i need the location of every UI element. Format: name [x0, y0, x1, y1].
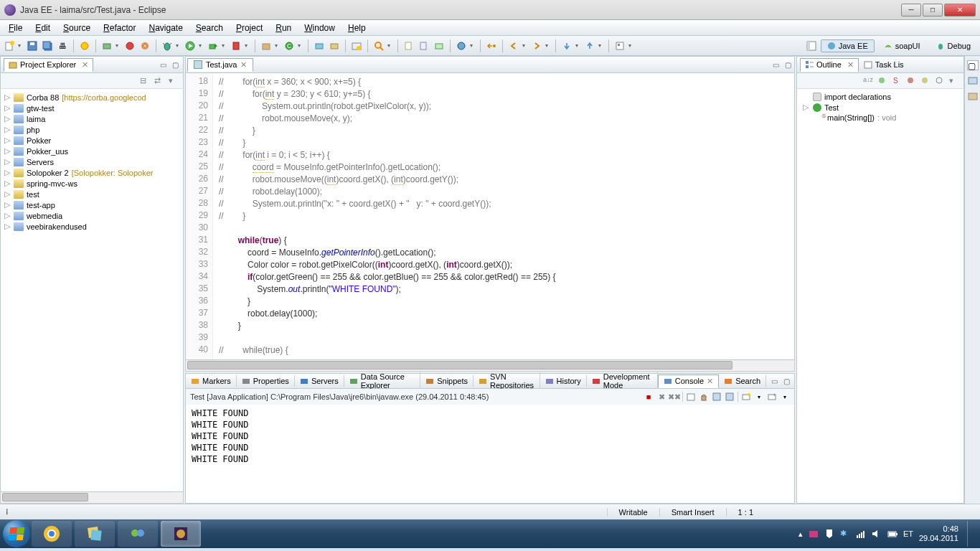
dropdown-icon[interactable]: ▾ [387, 42, 393, 49]
console-dropdown-icon[interactable]: ▾ [754, 392, 764, 402]
menu-file[interactable]: File [3, 22, 28, 34]
bottom-tab-servers[interactable]: Servers [295, 375, 344, 387]
console-output[interactable]: WHITE FOUND WHITE FOUND WHITE FOUND WHIT… [185, 405, 795, 504]
nav-next-icon[interactable] [530, 39, 543, 52]
show-hidden-icons[interactable]: ▴ [798, 529, 803, 539]
minimized-view-icon[interactable] [967, 75, 979, 86]
new-icon[interactable] [3, 39, 16, 52]
tray-app-icon[interactable] [809, 529, 819, 539]
new-server-icon[interactable] [100, 39, 113, 52]
web-browser-icon[interactable] [455, 39, 468, 52]
run-icon[interactable] [184, 39, 197, 52]
maximize-editor-icon[interactable]: ▢ [783, 60, 793, 70]
new-gwt-icon[interactable] [123, 39, 136, 52]
bottom-tab-markers[interactable]: Markers [186, 375, 237, 387]
pin-console-icon[interactable] [712, 392, 722, 402]
project-explorer-tab[interactable]: Project Explorer ✕ [4, 58, 93, 72]
remove-all-icon[interactable]: ✖✖ [669, 392, 679, 402]
outline-item[interactable]: import declarations [800, 92, 961, 102]
menu-refactor[interactable]: Refactor [98, 22, 141, 34]
perspective-soapui[interactable]: soapUI [877, 39, 927, 52]
last-edit-icon[interactable] [433, 39, 446, 52]
bottom-tab-data-source-explorer[interactable]: Data Source Explorer [344, 371, 420, 391]
display-console-icon[interactable] [725, 392, 735, 402]
hide-static-icon[interactable]: S [892, 76, 902, 86]
bottom-tab-history[interactable]: History [540, 375, 587, 387]
menu-source[interactable]: Source [57, 22, 96, 34]
taskbar-eclipse[interactable] [161, 521, 201, 547]
language-indicator[interactable]: ET [903, 529, 913, 538]
volume-icon[interactable] [872, 529, 882, 539]
editor-tab-test-java[interactable]: Test.java ✕ [187, 58, 253, 72]
maximize-button[interactable]: □ [923, 4, 943, 17]
next-annotation-icon[interactable] [560, 39, 573, 52]
project-tree[interactable]: ▷Corba 88 [https://corba.googlecod▷gtw-t… [0, 89, 184, 492]
taskbar-messenger[interactable] [118, 521, 158, 547]
open-perspective-icon[interactable] [805, 39, 818, 52]
new-package-icon[interactable] [260, 39, 273, 52]
debug-icon[interactable] [161, 39, 174, 52]
bottom-tab-svn-repositories[interactable]: SVN Repositories [473, 371, 540, 391]
new-console-view-icon[interactable]: + [767, 392, 777, 402]
dropdown-icon[interactable]: ▾ [522, 42, 528, 49]
dropdown-icon[interactable]: ▾ [245, 42, 250, 49]
maximize-view-icon[interactable]: ▢ [170, 60, 180, 70]
task-list-tab[interactable]: Task Lis [859, 58, 909, 71]
open-type-icon[interactable] [350, 39, 363, 52]
rest-icon[interactable] [328, 39, 341, 52]
dropdown-icon[interactable]: ▾ [470, 42, 476, 49]
scroll-lock-icon[interactable] [699, 392, 709, 402]
code-content[interactable]: // for(int x = 360; x < 900; x+=5) {// f… [213, 73, 794, 359]
save-icon[interactable] [26, 39, 39, 52]
dropdown-icon[interactable]: ▾ [275, 42, 281, 49]
search-icon[interactable] [372, 39, 385, 52]
tree-item[interactable]: ▷Pokker_uus [2, 146, 182, 156]
remove-launch-icon[interactable]: ✖ [656, 392, 666, 402]
menu-edit[interactable]: Edit [29, 22, 56, 34]
minimize-editor-icon[interactable]: ▭ [771, 60, 781, 70]
external-tools-icon[interactable] [230, 39, 242, 52]
restore-view-icon[interactable]: ▢ [967, 60, 979, 70]
menu-project[interactable]: Project [230, 22, 268, 34]
code-editor[interactable]: 1819202122232425262728293031323334353637… [185, 73, 795, 360]
tree-item[interactable]: ▷spring-mvc-ws [2, 178, 182, 189]
hide-nonpublic-icon[interactable] [906, 76, 916, 86]
bottom-tab-console[interactable]: Console ✕ [658, 375, 719, 388]
bottom-tab-snippets[interactable]: Snippets [420, 375, 473, 387]
menu-run[interactable]: Run [270, 22, 297, 34]
last-edit-location-icon[interactable] [485, 39, 498, 52]
close-view-icon[interactable]: ✕ [82, 60, 88, 70]
run-on-server-icon[interactable] [207, 39, 220, 52]
menu-help[interactable]: Help [342, 22, 372, 34]
annotation-prev-icon[interactable] [402, 39, 415, 52]
clear-console-icon[interactable] [686, 392, 696, 402]
action-center-icon[interactable] [824, 529, 834, 539]
new-class-icon[interactable]: C [283, 39, 296, 52]
dropdown-icon[interactable]: ▾ [199, 42, 204, 49]
bottom-tab-development-mode[interactable]: Development Mode [587, 371, 658, 391]
show-desktop-button[interactable] [967, 521, 973, 547]
dropdown-icon[interactable]: ▾ [575, 42, 581, 49]
nav-prev-icon[interactable] [507, 39, 520, 52]
new-gwt-compile-icon[interactable] [138, 39, 151, 52]
horizontal-scrollbar[interactable] [0, 492, 184, 504]
wifi-icon[interactable] [856, 529, 866, 539]
minimize-button[interactable]: ─ [901, 4, 921, 17]
maximize-bottom-icon[interactable]: ▢ [781, 376, 791, 386]
link-editor-icon[interactable]: ⇄ [154, 76, 164, 86]
dropdown-icon[interactable]: ▾ [298, 42, 303, 49]
tree-item[interactable]: ▷webmedia [2, 210, 182, 221]
focus-task-icon[interactable] [935, 76, 945, 86]
outline-tree[interactable]: import declarations▷TestSmain(String[]) … [796, 89, 964, 504]
save-all-icon[interactable] [41, 39, 54, 52]
dropdown-icon[interactable]: ▾ [222, 42, 227, 49]
close-view-icon[interactable]: ✕ [847, 60, 854, 70]
start-button[interactable] [3, 520, 30, 547]
tree-item[interactable]: ▷Pokker [2, 135, 182, 146]
menu-window[interactable]: Window [298, 22, 341, 34]
dropdown-icon[interactable]: ▾ [116, 42, 121, 49]
bottom-tab-search[interactable]: Search [719, 375, 766, 387]
hide-local-icon[interactable] [920, 76, 930, 86]
perspective-debug[interactable]: Debug [930, 39, 977, 52]
outline-item[interactable]: Smain(String[]) : void [800, 113, 961, 123]
